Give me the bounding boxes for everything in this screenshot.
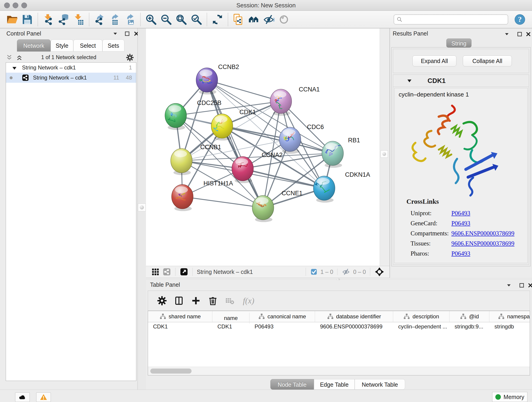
float-results-icon[interactable] xyxy=(516,31,523,38)
tab-network[interactable]: Network xyxy=(17,39,51,51)
cloud-button[interactable] xyxy=(15,392,30,402)
crosslink-link[interactable]: P06493 xyxy=(451,210,470,217)
collapse-panel-icon[interactable] xyxy=(112,30,119,37)
cdk1-entry-header[interactable]: CDK1 xyxy=(393,75,529,87)
memory-button[interactable]: Memory xyxy=(492,392,527,402)
network-options-gear-icon[interactable] xyxy=(126,54,134,61)
export-image-icon[interactable] xyxy=(124,14,136,25)
close-table-icon[interactable] xyxy=(527,282,532,289)
collapse-results-icon[interactable] xyxy=(503,31,510,38)
expand-all-button[interactable]: Expand All xyxy=(412,56,456,66)
save-icon[interactable] xyxy=(22,14,33,25)
column-header-name[interactable]: name xyxy=(212,313,249,324)
float-panel-icon[interactable] xyxy=(124,30,131,37)
network-view-icon[interactable] xyxy=(163,268,171,276)
collapse-entry-icon[interactable] xyxy=(406,78,412,84)
table-cell[interactable]: cyclin–dependent ... xyxy=(393,322,450,332)
crosslink-link[interactable]: 9606.ENSP00000378699 xyxy=(451,230,514,237)
network-node-CCNE1[interactable]: CCNE1 xyxy=(252,190,303,222)
canvas-right-track xyxy=(380,28,389,266)
trash-icon[interactable] xyxy=(208,296,218,306)
cdk1-entry-body: cyclin–dependent kinase 1 xyxy=(394,88,528,263)
column-header-description[interactable]: description xyxy=(393,311,450,322)
crosslink-link[interactable]: 9606.ENSP00000378699 xyxy=(451,240,514,247)
network-canvas[interactable]: CCNB2 CCNA1 CDC25B CDK1 CDC6 xyxy=(146,28,389,266)
zoom-in-icon[interactable] xyxy=(145,14,157,25)
table-cell[interactable]: 9606.ENSP00000378699 xyxy=(315,322,393,332)
left-splitter-grip[interactable] xyxy=(138,204,146,211)
doc-share-icon[interactable] xyxy=(233,14,244,25)
columns-icon[interactable] xyxy=(174,296,184,306)
table-x-icon[interactable] xyxy=(225,296,234,306)
tab-network-table[interactable]: Network Table xyxy=(355,379,405,390)
zoom-selected-icon[interactable] xyxy=(191,14,202,25)
collapse-collection-icon[interactable] xyxy=(12,64,17,70)
collapse-all-button[interactable]: Collapse All xyxy=(463,56,512,66)
table-cell[interactable]: P06493 xyxy=(249,322,315,332)
tab-sets[interactable]: Sets xyxy=(102,39,124,51)
float-table-icon[interactable] xyxy=(518,282,525,289)
import-database-icon[interactable] xyxy=(58,14,69,25)
column-header--id[interactable]: @id xyxy=(450,311,489,322)
table-hscrollbar[interactable] xyxy=(148,367,530,375)
table-row[interactable]: CDK1CDK1P064939606.ENSP00000378699cyclin… xyxy=(148,322,530,332)
tab-style[interactable]: Style xyxy=(51,39,73,51)
export-table-icon[interactable] xyxy=(109,14,120,25)
hidden-eye-icon[interactable] xyxy=(342,268,350,276)
function-builder-fx[interactable]: f(x) xyxy=(243,296,254,306)
network-row-selected[interactable]: String Network – cdk1 11 48 xyxy=(6,73,136,83)
crosslink-link[interactable]: P06493 xyxy=(451,220,470,227)
memory-label: Memory xyxy=(504,394,524,400)
table-cell[interactable]: stringdb:9... xyxy=(450,322,489,332)
zoom-fit-icon[interactable] xyxy=(176,14,187,25)
tab-edge-table[interactable]: Edge Table xyxy=(314,379,355,390)
collapse-table-icon[interactable] xyxy=(505,282,512,289)
search-box[interactable] xyxy=(394,14,508,25)
column-header-database-identifier[interactable]: database identifier xyxy=(315,311,393,322)
column-header-canonical-name[interactable]: canonical name xyxy=(249,311,315,322)
node-label: CCNE1 xyxy=(282,190,303,197)
network-node-HIST1H1A[interactable]: HIST1H1A xyxy=(172,180,233,211)
warnings-button[interactable] xyxy=(36,392,51,402)
network-icon xyxy=(22,74,29,81)
right-splitter-grip[interactable] xyxy=(380,150,388,158)
export-network-icon[interactable] xyxy=(94,14,105,25)
refresh-icon[interactable] xyxy=(212,14,223,25)
help-button[interactable]: ? xyxy=(514,14,526,25)
tab-string[interactable]: String xyxy=(446,38,472,48)
column-header-shared-name[interactable]: shared name xyxy=(148,311,212,322)
crosslink-label: Uniprot: xyxy=(411,210,451,217)
birds-eye-view-icon[interactable] xyxy=(180,268,188,276)
fit-selected-crosshair-icon[interactable] xyxy=(375,267,384,276)
network-edge[interactable] xyxy=(182,197,263,208)
selected-checkbox-icon[interactable] xyxy=(310,268,317,275)
network-graph[interactable]: CCNB2 CCNA1 CDC25B CDK1 CDC6 xyxy=(146,28,380,266)
open-folder-icon[interactable] xyxy=(6,14,18,25)
crosslink-link[interactable]: P06493 xyxy=(451,250,470,257)
houses-icon[interactable] xyxy=(248,14,259,25)
search-input[interactable] xyxy=(403,16,505,23)
close-results-icon[interactable] xyxy=(525,31,532,38)
column-header-namespace[interactable]: namespace xyxy=(489,311,530,322)
network-node-RB1[interactable]: RB1 xyxy=(322,137,360,168)
table-cell[interactable]: stringdb xyxy=(489,322,530,332)
table-header-row: shared namenamecanonical namedatabase id… xyxy=(148,311,530,322)
gear-black-icon[interactable] xyxy=(157,296,167,306)
tab-node-table[interactable]: Node Table xyxy=(270,379,314,390)
network-node-CCNA1[interactable]: CCNA1 xyxy=(270,86,320,116)
table-cell[interactable]: CDK1 xyxy=(148,322,212,332)
network-edge[interactable] xyxy=(207,80,281,101)
tab-select[interactable]: Select xyxy=(73,39,102,51)
import-network-icon[interactable] xyxy=(43,14,54,25)
network-edge[interactable] xyxy=(243,169,324,188)
hscrollbar-thumb[interactable] xyxy=(150,369,191,374)
network-node-CDKN1A[interactable]: CDKN1A xyxy=(313,171,370,203)
grid-view-icon[interactable] xyxy=(152,268,159,276)
zoom-out-icon[interactable] xyxy=(160,14,172,25)
import-table-icon[interactable] xyxy=(73,14,84,25)
hide-eye-icon[interactable] xyxy=(263,14,274,25)
gray-eye-icon[interactable] xyxy=(278,14,290,25)
plus-icon[interactable] xyxy=(191,296,201,306)
table-cell[interactable]: CDK1 xyxy=(212,322,249,332)
network-collection-row[interactable]: String Network – cdk1 1 xyxy=(6,63,136,73)
